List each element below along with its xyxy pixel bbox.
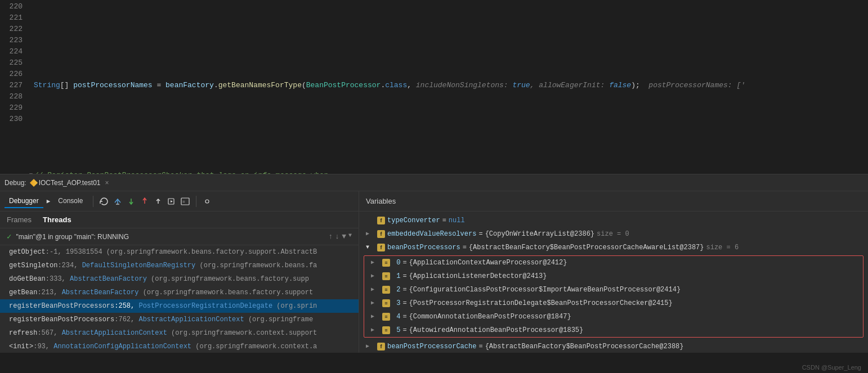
code-line-221: String[] postProcessorNames = beanFactor…	[28, 80, 868, 91]
var-typeConverter[interactable]: f typeConverter = null	[359, 214, 868, 227]
var-f-icon-item-5: ≡	[382, 326, 390, 334]
var-expand-item-5[interactable]: ▶	[371, 325, 380, 336]
variables-content[interactable]: f typeConverter = null ▶ f embeddedValue…	[359, 212, 868, 353]
var-expand-item-4[interactable]: ▶	[371, 311, 380, 322]
var-expand-embeddedValueResolvers[interactable]: ▶	[366, 228, 375, 240]
var-size-beanPostProcessors: size = 6	[706, 242, 739, 253]
var-expand-beanPostProcessors[interactable]: ▼	[366, 242, 375, 253]
var-size-embeddedValueResolvers: size = 0	[597, 228, 629, 240]
var-array-item-4[interactable]: ▶ ≡ 4 = {CommonAnnotationBeanPostProcess…	[364, 310, 863, 323]
frame-item-0[interactable]: getObject:-1, 195381554 (org.springframe…	[0, 245, 359, 259]
var-name-typeConverter: typeConverter	[387, 215, 440, 226]
var-f-icon-beanPostProcessors: f	[377, 244, 385, 251]
var-val-typeConverter: null	[449, 215, 465, 226]
debugger-panel: Debugger ▶ Console	[0, 191, 868, 353]
code-content: String[] postProcessorNames = beanFactor…	[28, 0, 868, 174]
var-f-icon-item-0: ≡	[382, 259, 390, 267]
var-name-embeddedValueResolvers: embeddedValueResolvers	[387, 228, 476, 240]
debug-diamond-icon	[30, 178, 38, 186]
step-up-icon[interactable]	[153, 196, 163, 206]
var-name-beanPostProcessors: beanPostProcessors	[387, 242, 460, 253]
var-beanPostProcessorCache[interactable]: ▶ f beanPostProcessorCache = {AbstractBe…	[359, 340, 868, 353]
var-expand-item-3[interactable]: ▶	[371, 298, 380, 309]
code-line-222	[28, 125, 868, 136]
var-index-4: 4	[392, 311, 400, 322]
var-val-item-5: {AutowiredAnnotationBeanPostProcessor@18…	[409, 325, 584, 336]
toolbar: Debugger ▶ Console	[0, 191, 359, 212]
tab-debugger[interactable]: Debugger	[5, 195, 43, 208]
frame-item-4[interactable]: registerBeanPostProcessors:258, PostProc…	[0, 299, 359, 313]
reset-icon[interactable]	[99, 196, 109, 206]
evaluate-icon[interactable]: =	[180, 196, 190, 206]
main-container: 220 221 222 223 224 225 226 227 228 229 …	[0, 0, 868, 373]
step-into-icon[interactable]	[126, 196, 136, 206]
var-val-embeddedValueResolvers: {CopyOnWriteArrayList@2386}	[485, 228, 594, 240]
expand-icon[interactable]: ▼	[348, 232, 352, 241]
var-val-item-2: {ConfigurationClassPostProcessor$ImportA…	[409, 284, 681, 295]
var-expand-item-1[interactable]: ▶	[371, 271, 380, 282]
var-f-icon-item-1: ≡	[382, 272, 390, 280]
frame-item-3[interactable]: getBean:213, AbstractBeanFactory (org.sp…	[0, 286, 359, 299]
var-array-item-1[interactable]: ▶ ≡ 1 = {ApplicationListenerDetector@241…	[364, 269, 863, 283]
var-val-item-1: {ApplicationListenerDetector@2413}	[409, 271, 547, 282]
var-f-icon-beanPostProcessorCache: f	[377, 343, 385, 350]
code-line-220	[28, 35, 868, 46]
variables-title: Variables	[366, 197, 396, 205]
filter-icon[interactable]: ▼	[342, 232, 346, 241]
var-name-beanPostProcessorCache: beanPostProcessorCache	[387, 341, 476, 352]
var-array-item-3[interactable]: ▶ ≡ 3 = {PostProcessorRegistrationDelega…	[364, 296, 863, 310]
frames-content[interactable]: ✓ "main"@1 in group "main": RUNNING ↑ ↓ …	[0, 228, 359, 353]
settings-icon[interactable]	[202, 196, 212, 206]
var-val-item-3: {PostProcessorRegistrationDelegate$BeanP…	[409, 298, 673, 309]
var-expand-beanPostProcessorCache[interactable]: ▶	[366, 341, 375, 352]
toolbar-sep-1	[93, 196, 93, 207]
var-val-beanPostProcessorCache: {AbstractBeanFactory$BeanPostProcessorCa…	[485, 341, 684, 352]
running-thread: ✓ "main"@1 in group "main": RUNNING ↑ ↓ …	[0, 228, 359, 245]
debug-session-name: IOCTest_AOP.test01	[39, 179, 101, 187]
var-f-icon-item-4: ≡	[382, 313, 390, 321]
var-val-item-0: {ApplicationContextAwareProcessor@2412}	[409, 257, 567, 268]
frame-item-2[interactable]: doGetBean:333, AbstractBeanFactory (org.…	[0, 272, 359, 286]
var-index-0: 0	[392, 257, 400, 268]
step-over-icon[interactable]	[113, 196, 123, 206]
debug-session-tab[interactable]: IOCTest_AOP.test01 ×	[31, 179, 109, 187]
tabs-row: Frames Threads	[0, 212, 359, 228]
code-line-223: ▽ // Register BeanPostProcessorChecker t…	[28, 170, 868, 174]
var-index-2: 2	[392, 284, 400, 295]
line-numbers: 220 221 222 223 224 225 226 227 228 229 …	[0, 0, 28, 174]
var-f-icon-embeddedValueResolvers: f	[377, 230, 385, 238]
toolbar-sep-2	[196, 196, 196, 207]
var-expand-item-0[interactable]: ▶	[371, 257, 380, 268]
frame-item-5[interactable]: registerBeanPostProcessors:762, Abstract…	[0, 313, 359, 326]
var-array-item-5[interactable]: ▶ ≡ 5 = {AutowiredAnnotationBeanPostProc…	[364, 323, 863, 337]
var-beanPostProcessors[interactable]: ▼ f beanPostProcessors = {AbstractBeanFa…	[359, 241, 868, 254]
debug-label: Debug:	[5, 179, 26, 187]
debug-close-icon[interactable]: ×	[105, 179, 109, 187]
thread-arrows: ↑ ↓ ▼ ▼	[329, 232, 352, 241]
watermark: CSDN @Super_Leng	[802, 364, 861, 371]
right-panel: Variables f typeConverter = null ▶ f emb…	[359, 191, 868, 353]
arrow-up[interactable]: ↑	[329, 232, 333, 241]
debug-bar: Debug: IOCTest_AOP.test01 ×	[0, 174, 868, 191]
var-f-icon-item-3: ≡	[382, 299, 390, 307]
var-expand-item-2[interactable]: ▶	[371, 284, 380, 295]
step-out-icon[interactable]	[140, 196, 150, 206]
var-expand-placeholder	[366, 215, 375, 226]
frame-item-1[interactable]: getSingleton:234, DefaultSingletonBeanRe…	[0, 259, 359, 272]
tab-threads[interactable]: Threads	[43, 215, 71, 224]
var-index-3: 3	[392, 298, 400, 309]
var-array-item-2[interactable]: ▶ ≡ 2 = {ConfigurationClassPostProcessor…	[364, 283, 863, 296]
tab-console[interactable]: Console	[53, 195, 87, 208]
run-to-cursor-icon[interactable]	[167, 196, 177, 206]
frame-item-6[interactable]: refresh:567, AbstractApplicationContext …	[0, 326, 359, 340]
var-array-item-0[interactable]: ▶ ≡ 0 = {ApplicationContextAwareProcesso…	[364, 256, 863, 269]
var-index-1: 1	[392, 271, 400, 282]
arrow-down[interactable]: ↓	[335, 232, 339, 241]
svg-text:=: =	[182, 199, 185, 204]
frame-item-7[interactable]: <init>:93, AnnotationConfigApplicationCo…	[0, 340, 359, 353]
tab-frames[interactable]: Frames	[7, 215, 32, 224]
beanPostProcessors-array: ▶ ≡ 0 = {ApplicationContextAwareProcesso…	[364, 255, 863, 338]
thread-name: "main"@1 in group "main": RUNNING	[16, 233, 129, 241]
var-index-5: 5	[392, 325, 400, 336]
var-embeddedValueResolvers[interactable]: ▶ f embeddedValueResolvers = {CopyOnWrit…	[359, 227, 868, 241]
